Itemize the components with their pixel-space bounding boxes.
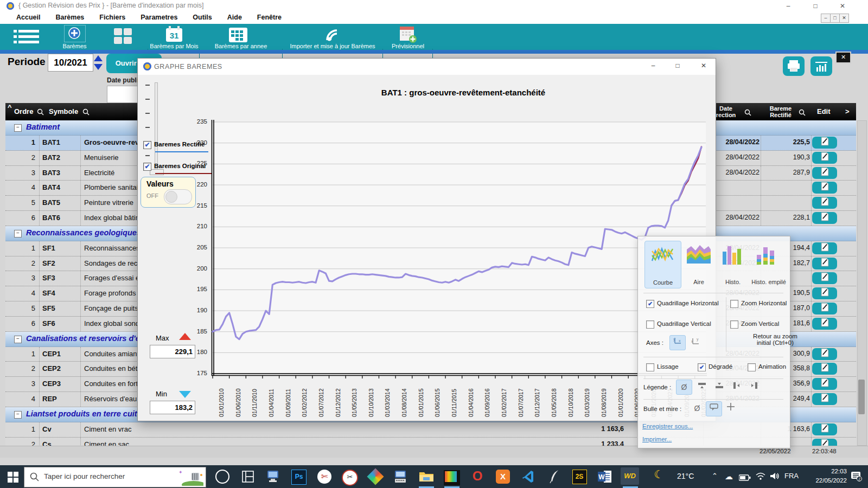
legend-top-button[interactable] <box>694 380 710 394</box>
volume-icon[interactable] <box>769 472 780 483</box>
collapse-icon[interactable]: − <box>14 411 22 419</box>
edit-button[interactable] <box>812 167 837 179</box>
snipping-tool-icon[interactable]: ✄ <box>315 467 334 486</box>
legend-left-button[interactable] <box>729 380 744 394</box>
menu-list-icon[interactable] <box>14 29 40 47</box>
baremes-rectifie-checkbox[interactable]: ✔ <box>143 141 151 149</box>
quadrillage-horizontal-checkbox[interactable]: ✔ <box>646 300 654 308</box>
animation-checkbox[interactable] <box>748 363 756 371</box>
edit-button[interactable] <box>812 152 837 164</box>
toolbar-button-annee-label[interactable]: Barèmes par annee <box>201 43 281 49</box>
edit-button[interactable] <box>812 242 837 254</box>
degrade-checkbox[interactable]: ✔ <box>698 363 706 371</box>
vscode-icon[interactable] <box>519 467 538 486</box>
zoom-horizontal-checkbox[interactable] <box>730 300 738 308</box>
system-config-icon[interactable] <box>391 467 411 486</box>
toolbar-button-baremes-label[interactable]: Barèmes <box>60 43 90 49</box>
calendar-year-icon[interactable] <box>228 25 248 45</box>
save-as-link[interactable]: Enregistrer sous... <box>642 423 693 429</box>
photoscape-icon[interactable]: 2S <box>570 467 589 486</box>
grid-icon[interactable] <box>113 27 133 48</box>
min-input[interactable]: 183,2 <box>150 401 195 414</box>
edit-button[interactable] <box>812 378 837 390</box>
edit-button[interactable] <box>812 348 837 360</box>
collapse-icon[interactable]: − <box>14 124 22 132</box>
tooltip-none-button[interactable]: Ø <box>690 401 705 415</box>
periode-input[interactable]: 10/2021 <box>48 54 93 72</box>
mdi-minimize-button[interactable]: – <box>821 14 831 23</box>
chart-type-histo[interactable]: Histo. <box>717 241 749 287</box>
maximize-button[interactable]: □ <box>807 1 824 11</box>
menu-item-fichiers[interactable]: Fichiers <box>92 12 133 21</box>
opera-icon[interactable]: O <box>468 467 487 486</box>
tooltip-bubble-button[interactable] <box>706 401 722 416</box>
taskbar-search[interactable]: Taper ici pour rechercher ✦ <box>24 467 206 487</box>
close-button[interactable]: ✕ <box>834 1 851 11</box>
column-header-bareme-rectifie[interactable]: BaremeRectifié <box>764 105 797 118</box>
search-icon[interactable] <box>799 108 806 118</box>
print-link[interactable]: Imprimer... <box>642 436 672 442</box>
toolbar-button-mois-label[interactable]: Barèmes par Mois <box>149 43 199 49</box>
edit-button[interactable] <box>812 423 837 435</box>
zoom-vertical-checkbox[interactable] <box>730 320 738 329</box>
weather-moon-icon[interactable]: ☾ <box>654 468 664 481</box>
column-header-edit[interactable]: Edit <box>817 107 831 115</box>
edit-button[interactable] <box>812 272 837 284</box>
column-header-ordre[interactable]: Ordre <box>14 107 33 115</box>
zoom-slider-track[interactable] <box>155 82 158 175</box>
xampp-icon[interactable]: X <box>493 467 513 486</box>
zoom-slider-thumb[interactable] <box>150 169 164 175</box>
chart-type-histo-empile[interactable]: Histo. empilé <box>750 241 788 287</box>
edit-button[interactable] <box>812 212 837 224</box>
edit-button[interactable] <box>812 137 837 149</box>
word-icon[interactable]: W <box>595 467 615 486</box>
tooltip-crosshair-button[interactable] <box>723 401 738 415</box>
minimize-button[interactable]: – <box>780 1 796 11</box>
edit-button[interactable] <box>812 258 837 269</box>
tray-chevron-icon[interactable]: ⌃ <box>712 472 718 480</box>
menu-item-aide[interactable]: Aide <box>220 12 250 21</box>
axes-orientation-1-button[interactable]: yx <box>669 335 686 350</box>
column-header-symbole[interactable]: Symbole <box>49 107 78 115</box>
menu-item-parametres[interactable]: Parametres <box>133 12 185 21</box>
edit-button[interactable] <box>812 182 837 194</box>
scrollbar-thumb[interactable] <box>858 380 865 414</box>
retour-zoom-label[interactable]: Retour au zoominitial (Ctrl+0) <box>735 333 816 346</box>
quill-icon[interactable] <box>544 467 564 486</box>
legend-none-button[interactable]: Ø <box>676 380 692 395</box>
axes-orientation-2-button[interactable]: yx <box>688 335 703 349</box>
chart-type-courbe[interactable]: Courbe <box>644 241 681 288</box>
taskbar-clock[interactable]: 22:0322/05/2022 <box>807 467 847 485</box>
collapse-icon[interactable]: − <box>14 336 22 343</box>
periode-down-button[interactable] <box>94 64 103 70</box>
chart-type-aire[interactable]: Aire <box>682 241 715 287</box>
menu-item-outils[interactable]: Outils <box>185 12 219 21</box>
edit-button[interactable] <box>812 393 837 405</box>
quadrillage-vertical-checkbox[interactable] <box>646 320 654 329</box>
menu-item-fentre[interactable]: Fenêtre <box>250 12 289 21</box>
print-button[interactable] <box>783 56 805 76</box>
toolbar-button-baremes[interactable] <box>64 25 86 42</box>
weather-temperature[interactable]: 21°C <box>677 472 694 480</box>
lissage-checkbox[interactable] <box>646 363 654 371</box>
start-button[interactable] <box>8 472 18 485</box>
cortana-icon[interactable] <box>213 467 232 486</box>
edit-button[interactable] <box>812 318 837 330</box>
toolbar-button-previsionnel-label[interactable]: Prévisionnel <box>384 43 432 49</box>
search-icon[interactable] <box>744 108 751 118</box>
collapse-icon[interactable]: − <box>14 230 22 237</box>
more-columns-marker[interactable]: > <box>845 107 850 115</box>
language-indicator[interactable]: FRA <box>784 472 799 480</box>
search-icon[interactable] <box>82 108 90 118</box>
legend-bottom-button[interactable] <box>712 380 727 394</box>
dialog-titlebar[interactable]: GRAPHE BAREMES – □ ✕ <box>138 59 716 75</box>
task-view-icon[interactable] <box>238 467 258 486</box>
screen-cut-icon[interactable]: ✂ <box>340 467 360 486</box>
battery-icon[interactable] <box>739 473 751 483</box>
popup-close-button[interactable]: ✕ <box>835 52 851 63</box>
edit-button[interactable] <box>812 363 837 375</box>
search-icon[interactable] <box>37 108 44 118</box>
windev-icon[interactable]: WD <box>621 467 640 486</box>
mdi-restore-button[interactable]: □ <box>830 14 840 23</box>
wifi-icon[interactable] <box>755 472 766 483</box>
